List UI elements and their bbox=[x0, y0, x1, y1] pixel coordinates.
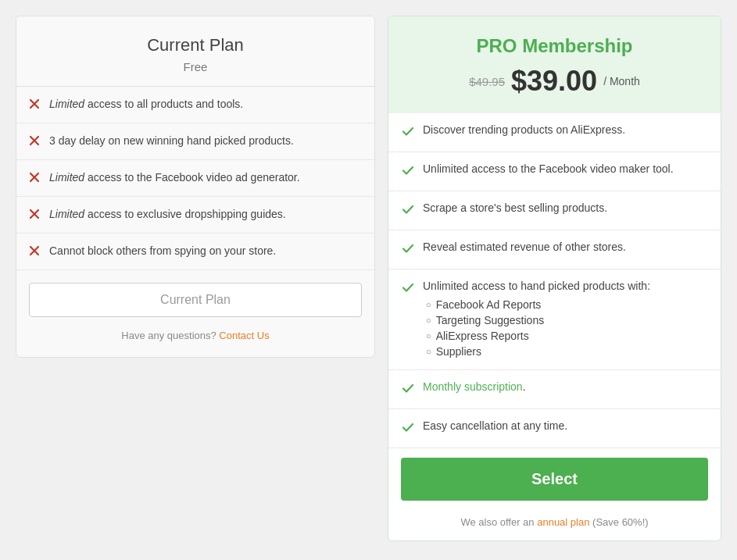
sub-item-3: AliExpress Reports bbox=[426, 328, 650, 344]
monthly-link[interactable]: Monthly subscription bbox=[423, 380, 523, 393]
current-feature-5: Cannot block others from spying on your … bbox=[16, 234, 374, 270]
pro-feature-3: Scrape a store's best selling products. bbox=[388, 191, 721, 230]
sub-item-4-text: Suppliers bbox=[436, 345, 481, 358]
x-icon-2 bbox=[29, 135, 41, 148]
check-icon-1 bbox=[401, 124, 415, 141]
pro-plan-title: PRO Membership bbox=[401, 35, 708, 57]
current-plan-button-wrap: Current Plan bbox=[16, 270, 374, 330]
check-icon-6 bbox=[401, 381, 415, 398]
pro-feature-2: Unlimited access to the Facebook video m… bbox=[388, 152, 721, 191]
current-feature-4-text: Limited access to exclusive dropshipping… bbox=[49, 208, 286, 220]
pro-feature-7: Easy cancellation at any time. bbox=[388, 409, 721, 448]
current-plan-subtitle: Free bbox=[29, 60, 362, 73]
current-feature-1: Limited access to all products and tools… bbox=[16, 87, 374, 123]
check-icon-2 bbox=[401, 163, 415, 180]
pro-feature-5-content: Unlimited access to hand picked products… bbox=[423, 280, 650, 359]
pro-feature-3-text: Scrape a store's best selling products. bbox=[423, 202, 607, 214]
select-button-wrap: Select bbox=[388, 448, 721, 510]
sub-item-1: Facebook Ad Reports bbox=[426, 297, 650, 312]
current-plan-features: Limited access to all products and tools… bbox=[16, 86, 374, 270]
sub-item-1-text: Facebook Ad Reports bbox=[436, 298, 542, 311]
pro-plan-price: $49.95 $39.00 / Month bbox=[401, 65, 708, 98]
x-icon-4 bbox=[29, 209, 41, 222]
check-icon-3 bbox=[401, 202, 415, 219]
current-feature-5-text: Cannot block others from spying on your … bbox=[49, 244, 276, 257]
plans-container: Current Plan Free Limited access to all … bbox=[16, 16, 721, 541]
pro-original-price: $49.95 bbox=[469, 75, 505, 88]
annual-note-after: (Save 60%!) bbox=[592, 516, 649, 528]
pro-feature-6: Monthly subscription. bbox=[388, 370, 721, 409]
current-feature-3: Limited access to the Facebook video ad … bbox=[16, 160, 374, 197]
pro-plan-features: Discover trending products on AliExpress… bbox=[388, 113, 721, 448]
current-plan-card: Current Plan Free Limited access to all … bbox=[16, 16, 375, 358]
current-plan-title: Current Plan bbox=[29, 35, 362, 55]
sub-item-2-text: Targeting Suggestions bbox=[436, 314, 545, 326]
pro-per-month: / Month bbox=[603, 75, 640, 87]
pro-feature-5: Unlimited access to hand picked products… bbox=[388, 269, 721, 370]
pro-plan-card: PRO Membership $49.95 $39.00 / Month Dis… bbox=[388, 16, 721, 541]
pro-feature-1: Discover trending products on AliExpress… bbox=[388, 113, 721, 152]
pro-feature-5-text: Unlimited access to hand picked products… bbox=[423, 280, 650, 292]
select-button[interactable]: Select bbox=[401, 458, 708, 501]
sub-item-4: Suppliers bbox=[426, 344, 650, 359]
x-icon-1 bbox=[29, 98, 41, 112]
current-feature-1-text: Limited access to all products and tools… bbox=[49, 98, 243, 110]
x-icon-3 bbox=[29, 172, 41, 185]
sub-item-3-text: AliExpress Reports bbox=[436, 330, 529, 342]
current-feature-2: 3 day delay on new winning hand picked p… bbox=[16, 123, 374, 160]
annual-note-before: We also offer an bbox=[460, 516, 534, 528]
current-plan-button: Current Plan bbox=[29, 283, 362, 317]
x-icon-5 bbox=[29, 245, 41, 259]
pro-feature-5-sublist: Facebook Ad Reports Targeting Suggestion… bbox=[423, 297, 650, 359]
annual-note: We also offer an annual plan (Save 60%!) bbox=[388, 510, 721, 540]
pro-feature-4: Reveal estimated revenue of other stores… bbox=[388, 230, 721, 269]
pro-feature-4-text: Reveal estimated revenue of other stores… bbox=[423, 241, 626, 253]
check-icon-7 bbox=[401, 420, 415, 437]
pro-feature-1-text: Discover trending products on AliExpress… bbox=[423, 123, 625, 136]
check-icon-4 bbox=[401, 241, 415, 259]
current-feature-2-text: 3 day delay on new winning hand picked p… bbox=[49, 134, 294, 147]
sub-item-2: Targeting Suggestions bbox=[426, 312, 650, 328]
pro-current-price: $39.00 bbox=[511, 65, 597, 98]
pro-plan-header: PRO Membership $49.95 $39.00 / Month bbox=[388, 16, 721, 113]
contact-text: Have any questions? bbox=[121, 330, 216, 341]
pro-feature-6-text: Monthly subscription. bbox=[423, 380, 526, 393]
annual-plan-link[interactable]: annual plan bbox=[537, 516, 589, 528]
pro-feature-2-text: Unlimited access to the Facebook video m… bbox=[423, 162, 674, 175]
current-plan-header: Current Plan Free bbox=[16, 16, 374, 86]
contact-line: Have any questions? Contact Us bbox=[16, 330, 374, 357]
contact-us-link[interactable]: Contact Us bbox=[219, 330, 269, 341]
pro-feature-7-text: Easy cancellation at any time. bbox=[423, 419, 567, 432]
current-feature-3-text: Limited access to the Facebook video ad … bbox=[49, 171, 300, 184]
check-icon-5 bbox=[401, 280, 415, 298]
current-feature-4: Limited access to exclusive dropshipping… bbox=[16, 197, 374, 234]
